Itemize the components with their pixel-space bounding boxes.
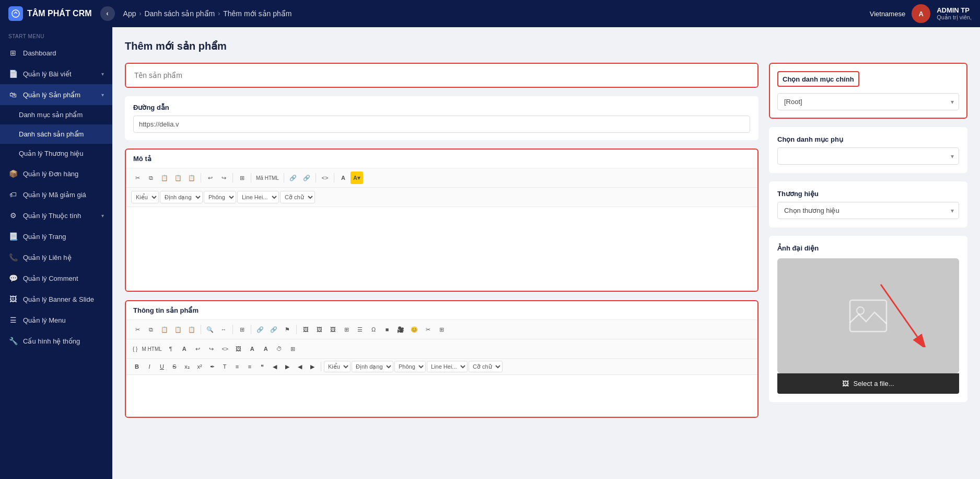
format-indent[interactable]: ▶ <box>282 361 293 372</box>
pi-unlink[interactable]: 🔗 <box>267 323 280 336</box>
pi-undo2[interactable]: ↩ <box>192 343 204 355</box>
sidebar-item-ma-giam-gia[interactable]: 🏷 Quản lý Mã giảm giá <box>0 184 112 205</box>
style-select[interactable]: Kiểu <box>131 191 159 203</box>
url-input[interactable] <box>133 116 750 133</box>
format-italic[interactable]: I <box>144 361 155 372</box>
pi-omega[interactable]: Ω <box>367 323 380 336</box>
select-file-button[interactable]: 🖼 Select a file... <box>777 373 959 394</box>
sidebar-item-danh-muc[interactable]: Danh mục sản phẩm <box>0 105 112 124</box>
pi-style-select[interactable]: Kiểu <box>324 361 351 372</box>
format-select[interactable]: Định dạng <box>160 191 203 203</box>
pi-fontsize-select[interactable]: Cỡ chữ <box>469 361 503 372</box>
breadcrumb-sep-2: › <box>218 10 220 17</box>
language-selector[interactable]: Vietnamese <box>870 10 905 18</box>
toolbar-link[interactable]: 🔗 <box>287 172 299 184</box>
sidebar-item-bai-viet[interactable]: 📄 Quản lý Bài viết ▾ <box>0 63 112 84</box>
toolbar-unlink[interactable]: 🔗 <box>300 172 313 184</box>
fontsize-select[interactable]: Cỡ chữ <box>280 191 315 203</box>
brand-select[interactable]: Chọn thương hiệu <box>777 202 959 219</box>
toolbar-blocks[interactable]: ⊞ <box>236 172 248 184</box>
sidebar-item-don-hang[interactable]: 📦 Quản lý Đơn hàng <box>0 163 112 184</box>
pi-emoji[interactable]: 😊 <box>408 323 421 336</box>
sub-category-select[interactable] <box>777 147 959 165</box>
toolbar-paste2[interactable]: 📋 <box>172 172 184 184</box>
sidebar-item-danh-sach[interactable]: Danh sách sản phẩm <box>0 124 112 144</box>
pi-paste3[interactable]: 📋 <box>185 323 198 336</box>
pi-img2[interactable]: 🖼 <box>313 323 325 336</box>
sidebar-item-comment[interactable]: 💬 Quản lý Comment <box>0 268 112 289</box>
format-strike[interactable]: S <box>169 361 180 372</box>
sidebar-item-dashboard[interactable]: ⊞ Dashboard <box>0 42 112 63</box>
description-body[interactable] <box>126 207 757 291</box>
pi-fcolor[interactable]: A <box>178 343 191 355</box>
format-left[interactable]: ◀ <box>294 361 306 372</box>
font-select[interactable]: Phông <box>204 191 236 203</box>
pi-replace[interactable]: ↔ <box>217 323 230 336</box>
pi-timer[interactable]: ⏱ <box>273 343 286 355</box>
pi-link[interactable]: 🔗 <box>254 323 266 336</box>
toolbar-undo[interactable]: ↩ <box>204 172 216 184</box>
pi-paste1[interactable]: 📋 <box>158 323 171 336</box>
toolbar-font-color[interactable]: A <box>337 172 349 184</box>
sidebar-item-trang[interactable]: 📃 Quản lý Trang <box>0 226 112 247</box>
sidebar-item-banner[interactable]: 🖼 Quản lý Banner & Slide <box>0 289 112 310</box>
format-pen[interactable]: ✒ <box>206 361 218 372</box>
pi-search[interactable]: 🔍 <box>204 323 216 336</box>
format-bold[interactable]: B <box>131 361 143 372</box>
product-info-body[interactable] <box>126 375 757 417</box>
toolbar-bg-color[interactable]: A▾ <box>351 172 363 184</box>
format-outdent[interactable]: ◀ <box>269 361 281 372</box>
pi-media[interactable]: ■ <box>381 323 393 336</box>
format-right[interactable]: ▶ <box>307 361 318 372</box>
pi-source2[interactable]: <> <box>219 343 231 355</box>
sidebar-item-menu[interactable]: ☰ Quản lý Menu <box>0 310 112 330</box>
format-sup[interactable]: x² <box>194 361 205 372</box>
toolbar-cut[interactable]: ✂ <box>131 172 144 184</box>
pi-lineheight-select[interactable]: Line Hei... <box>427 361 468 372</box>
toolbar-copy[interactable]: ⧉ <box>145 172 157 184</box>
lineheight-select[interactable]: Line Hei... <box>237 191 279 203</box>
sidebar-item-thuong-hieu-sub[interactable]: Quản lý Thương hiệu <box>0 144 112 163</box>
format-ul[interactable]: ≡ <box>244 361 255 372</box>
format-quote[interactable]: ❝ <box>256 361 268 372</box>
pi-format-select[interactable]: Định dạng <box>352 361 393 372</box>
product-name-input[interactable] <box>126 64 757 87</box>
pi-para[interactable]: ¶ <box>165 343 177 355</box>
format-t[interactable]: T <box>219 361 230 372</box>
sidebar-item-cau-hinh[interactable]: 🔧 Cấu hình hệ thống <box>0 330 112 351</box>
breadcrumb-list[interactable]: Danh sách sản phẩm <box>144 9 215 18</box>
sidebar-item-lien-he[interactable]: 📞 Quản lý Liên hệ <box>0 247 112 268</box>
pi-code[interactable]: { } <box>131 343 139 355</box>
pi-mhtml[interactable]: M HTML <box>140 343 163 355</box>
pi-img1[interactable]: 🖼 <box>299 323 312 336</box>
pi-fcolor2[interactable]: A <box>246 343 259 355</box>
pi-paste2[interactable]: 📋 <box>172 323 184 336</box>
pi-video[interactable]: 🎥 <box>394 323 407 336</box>
toolbar-paste3[interactable]: 📋 <box>185 172 198 184</box>
pi-redo2[interactable]: ↪ <box>205 343 218 355</box>
pi-scissors2[interactable]: ✂ <box>422 323 434 336</box>
main-category-select[interactable]: [Root] <box>777 93 959 110</box>
toolbar-paste[interactable]: 📋 <box>158 172 171 184</box>
sidebar-item-thuoc-tinh[interactable]: ⚙ Quản lý Thuộc tính ▾ <box>0 205 112 226</box>
back-button[interactable]: ‹ <box>100 6 115 21</box>
pi-imgbtn[interactable]: 🖼 <box>232 343 245 355</box>
pi-cut[interactable]: ✂ <box>131 323 144 336</box>
sidebar-item-san-pham[interactable]: 🛍 Quản lý Sản phẩm ▾ <box>0 84 112 105</box>
toolbar-redo[interactable]: ↪ <box>217 172 230 184</box>
pi-copy[interactable]: ⧉ <box>145 323 157 336</box>
format-sub[interactable]: x₂ <box>181 361 193 372</box>
pi-img3[interactable]: 🖼 <box>326 323 339 336</box>
pi-font-select[interactable]: Phông <box>394 361 426 372</box>
pi-blocks[interactable]: ⊞ <box>236 323 248 336</box>
pi-bgcolor[interactable]: A <box>260 343 272 355</box>
format-underline[interactable]: U <box>156 361 168 372</box>
pi-table[interactable]: ⊞ <box>340 323 353 336</box>
format-ol[interactable]: ≡ <box>231 361 243 372</box>
toolbar-code-label[interactable]: Mã HTML <box>254 172 281 184</box>
toolbar-source[interactable]: <> <box>319 172 331 184</box>
pi-fullscreen[interactable]: ⊞ <box>435 323 448 336</box>
pi-list[interactable]: ☰ <box>354 323 366 336</box>
pi-flag[interactable]: ⚑ <box>281 323 294 336</box>
pi-grid[interactable]: ⊞ <box>287 343 299 355</box>
